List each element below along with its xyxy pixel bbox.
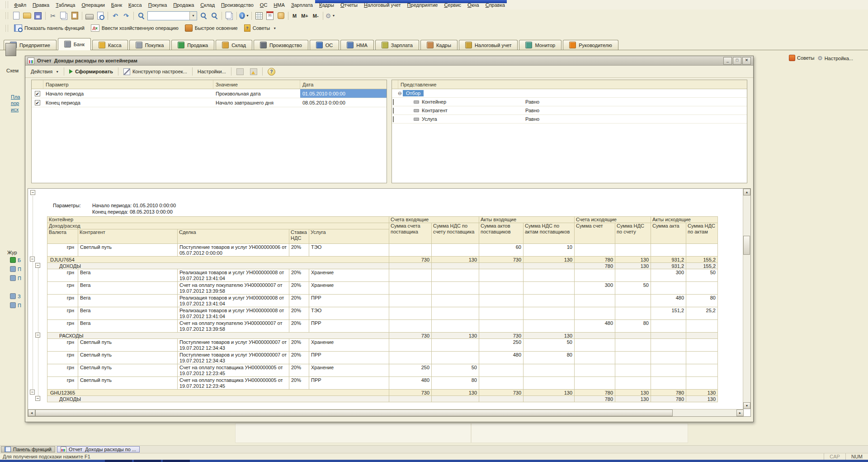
tab-монитор[interactable]: Монитор <box>519 40 561 50</box>
cell-value[interactable] <box>389 282 432 295</box>
cell-value[interactable]: 780 <box>575 263 615 269</box>
left-fragment-item-2[interactable]: П <box>10 275 21 281</box>
cell-value[interactable]: 780 <box>575 396 615 402</box>
print-button[interactable] <box>85 11 94 21</box>
cell-value[interactable] <box>479 377 524 390</box>
tab-банк[interactable]: Банк <box>58 38 91 50</box>
checkbox-cell[interactable] <box>392 108 402 113</box>
cell-deal[interactable]: Поступление товаров и услуг УН000000006 … <box>178 244 289 257</box>
cell-value[interactable]: 25,2 <box>686 307 718 320</box>
cell-value[interactable] <box>479 295 524 307</box>
scroll-down-arrow[interactable]: ▼ <box>743 402 750 409</box>
cell-value[interactable] <box>389 269 432 282</box>
cell-value[interactable] <box>575 352 615 364</box>
cell-value[interactable]: 151,2 <box>651 307 686 320</box>
cell-vat[interactable]: 20% <box>289 244 309 257</box>
menu-item-3[interactable]: Операции <box>78 1 108 9</box>
show-function-panel-button[interactable]: Показать панель функций <box>11 23 88 33</box>
vertical-scroll-thumb[interactable] <box>743 236 750 255</box>
vertical-scrollbar[interactable]: ▲ ▼ <box>743 189 750 409</box>
cell-value[interactable] <box>479 263 524 269</box>
cell-value[interactable] <box>432 269 479 282</box>
load-settings-button[interactable] <box>233 67 247 76</box>
cell-value[interactable] <box>615 352 651 364</box>
cell-value[interactable] <box>389 352 432 364</box>
parameter-value-cell[interactable]: Начало завтрашнего дня <box>213 98 300 107</box>
calculator-button[interactable] <box>254 11 264 21</box>
collapse-all-button[interactable]: − <box>30 190 35 195</box>
cell-value[interactable] <box>432 352 479 364</box>
cell-value[interactable]: 931,2 <box>651 257 686 263</box>
group-label[interactable]: ДОХОДЫ <box>47 263 389 269</box>
save-settings-button[interactable] <box>247 67 260 76</box>
cell-value[interactable] <box>686 339 718 352</box>
left-fragment-item-0[interactable]: Б <box>10 257 21 263</box>
cell-vat[interactable]: 20% <box>289 364 309 377</box>
cell-value[interactable] <box>432 295 479 307</box>
cell-contragent[interactable]: Светлый путь <box>78 364 178 377</box>
cell-value[interactable] <box>615 364 651 377</box>
info-button[interactable]: ▼ <box>239 11 249 21</box>
cell-contragent[interactable]: Вега <box>78 269 178 282</box>
checkbox-icon[interactable] <box>393 116 394 122</box>
calendar-button[interactable]: 31 <box>265 11 275 21</box>
scroll-left-arrow[interactable]: ◄ <box>28 410 35 416</box>
cell-value[interactable] <box>524 282 575 295</box>
cell-value[interactable]: 730 <box>479 390 524 396</box>
cell-value[interactable] <box>389 339 432 352</box>
cell-vat[interactable]: 20% <box>289 377 309 390</box>
parameter-name-cell[interactable]: Начало периода <box>43 89 213 98</box>
cell-value[interactable]: 50 <box>686 269 718 282</box>
cell-value[interactable]: 130 <box>615 257 651 263</box>
parameter-date-cell[interactable]: 08.05.2013 0:00:00 <box>300 98 387 107</box>
menu-item-9[interactable]: Производство <box>218 1 257 9</box>
cell-value[interactable] <box>575 333 615 339</box>
cell-value[interactable] <box>575 244 615 257</box>
report-group-row[interactable]: GHU12365730130730130780130780130 <box>47 390 718 396</box>
search-combobox-field[interactable] <box>148 12 189 20</box>
cell-value[interactable] <box>686 320 718 333</box>
cell-value[interactable] <box>479 320 524 333</box>
cell-contragent[interactable]: Вега <box>78 282 178 295</box>
taskbar-button-1[interactable]: Отчет Доходы расходы по ... <box>57 446 140 452</box>
cell-service[interactable]: ТЭО <box>309 244 389 257</box>
menu-item-5[interactable]: Касса <box>125 1 145 9</box>
report-data-row[interactable]: грнСветлый путьСчет на оплату поставщика… <box>47 377 718 390</box>
parameter-name-cell[interactable]: Конец периода <box>43 98 213 107</box>
cell-value[interactable]: 130 <box>524 333 575 339</box>
cell-value[interactable] <box>686 377 718 390</box>
cell-deal[interactable]: Счет на оплату покупателю УН000000007 от… <box>178 282 289 295</box>
cell-currency[interactable]: грн <box>47 269 78 282</box>
cell-value[interactable]: 80 <box>615 320 651 333</box>
group-collapse-button[interactable]: − <box>30 390 35 395</box>
maximize-button[interactable]: □ <box>733 57 741 65</box>
checkbox-cell[interactable]: ✔ <box>32 98 43 107</box>
cell-value[interactable]: 130 <box>686 390 718 396</box>
cell-service[interactable]: Хранение <box>309 282 389 295</box>
cell-value[interactable] <box>651 333 686 339</box>
taskbar-button-0[interactable]: Панель функций <box>1 446 55 452</box>
cell-value[interactable]: 10 <box>524 244 575 257</box>
memory-button-m[interactable]: M <box>290 13 299 19</box>
cell-service[interactable]: Хранение <box>309 269 389 282</box>
cell-contragent[interactable]: Светлый путь <box>78 377 178 390</box>
cell-value[interactable] <box>479 307 524 320</box>
cell-value[interactable]: 480 <box>389 377 432 390</box>
cell-value[interactable] <box>389 396 432 402</box>
cell-value[interactable]: 80 <box>686 295 718 307</box>
search-button[interactable] <box>136 11 146 21</box>
cell-currency[interactable]: грн <box>47 295 78 307</box>
cell-vat[interactable]: 20% <box>289 339 309 352</box>
left-fragment-item-1[interactable]: П <box>10 266 21 272</box>
cell-value[interactable] <box>651 282 686 295</box>
cell-value[interactable]: 50 <box>524 339 575 352</box>
group-collapse-button[interactable]: − <box>35 263 40 268</box>
cell-value[interactable]: 130 <box>615 390 651 396</box>
settings-button[interactable]: Настройки... <box>194 67 229 76</box>
cell-value[interactable] <box>575 269 615 282</box>
help-button[interactable]: ? <box>264 67 278 77</box>
cell-value[interactable] <box>575 339 615 352</box>
cell-value[interactable] <box>479 269 524 282</box>
cell-value[interactable]: 250 <box>479 339 524 352</box>
cell-service[interactable]: Хранение <box>309 339 389 352</box>
